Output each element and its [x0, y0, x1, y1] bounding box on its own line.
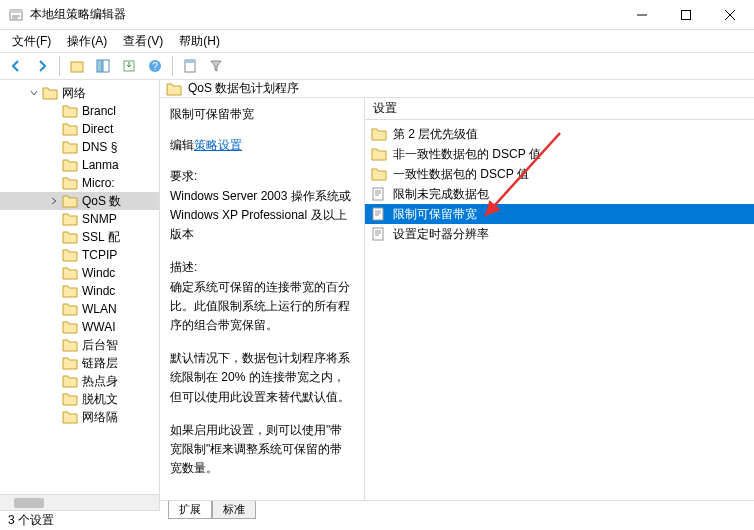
description-text-3: 如果启用此设置，则可以使用"带宽限制"框来调整系统可保留的带宽数量。 — [170, 421, 354, 479]
tree-item[interactable]: DNS § — [0, 138, 159, 156]
horizontal-scrollbar[interactable] — [0, 494, 159, 510]
tree-item[interactable]: WWAI — [0, 318, 159, 336]
filter-button[interactable] — [204, 54, 228, 78]
requirements-label: 要求: — [170, 168, 354, 185]
folder-icon — [42, 86, 58, 100]
tree-item-label: Direct — [82, 122, 113, 136]
tree-item[interactable]: 网络隔 — [0, 408, 159, 426]
show-hide-tree-button[interactable] — [91, 54, 115, 78]
tree-item[interactable]: SSL 配 — [0, 228, 159, 246]
tree-item[interactable]: Micro: — [0, 174, 159, 192]
folder-icon — [62, 356, 78, 370]
close-button[interactable] — [708, 1, 752, 29]
tabs-bar: 扩展 标准 — [160, 500, 754, 519]
tree-item[interactable]: WLAN — [0, 300, 159, 318]
tree-item[interactable]: TCPIP — [0, 246, 159, 264]
back-button[interactable] — [4, 54, 28, 78]
tree-item[interactable]: QoS 数 — [0, 192, 159, 210]
policy-icon — [371, 187, 387, 201]
folder-icon — [62, 374, 78, 388]
twisty-placeholder — [48, 411, 60, 423]
forward-button[interactable] — [30, 54, 54, 78]
tree-item-label: WWAI — [82, 320, 116, 334]
path-text: QoS 数据包计划程序 — [188, 80, 299, 97]
policy-icon — [371, 227, 387, 241]
tree-item-label: SSL 配 — [82, 229, 120, 246]
content-pane: QoS 数据包计划程序 限制可保留带宽 编辑策略设置 要求: Windows S… — [160, 80, 754, 510]
properties-button[interactable] — [178, 54, 202, 78]
menubar: 文件(F) 操作(A) 查看(V) 帮助(H) — [0, 30, 754, 52]
help-button[interactable]: ? — [143, 54, 167, 78]
folder-icon — [371, 147, 387, 161]
tree-item-label: Micro: — [82, 176, 115, 190]
tree-item[interactable]: Direct — [0, 120, 159, 138]
svg-rect-13 — [373, 228, 383, 240]
menu-file[interactable]: 文件(F) — [4, 31, 59, 52]
description-label: 描述: — [170, 259, 354, 276]
minimize-button[interactable] — [620, 1, 664, 29]
maximize-button[interactable] — [664, 1, 708, 29]
tree-item[interactable]: Windc — [0, 282, 159, 300]
tree-item[interactable]: 后台智 — [0, 336, 159, 354]
list-item-label: 设置定时器分辨率 — [393, 226, 489, 243]
twisty-placeholder — [48, 357, 60, 369]
export-button[interactable] — [117, 54, 141, 78]
chevron-right-icon[interactable] — [48, 195, 60, 207]
tree-root[interactable]: 网络 — [0, 84, 159, 102]
folder-icon — [62, 248, 78, 262]
policy-icon — [371, 207, 387, 221]
twisty-placeholder — [48, 213, 60, 225]
list-item-label: 非一致性数据包的 DSCP 值 — [393, 146, 541, 163]
chevron-down-icon[interactable] — [28, 87, 40, 99]
tree-item-label: 热点身 — [82, 373, 118, 390]
requirements-text: Windows Server 2003 操作系统或 Windows XP Pro… — [170, 187, 354, 245]
edit-policy-link[interactable]: 策略设置 — [194, 138, 242, 152]
folder-icon — [62, 122, 78, 136]
list-item[interactable]: 设置定时器分辨率 — [365, 224, 754, 244]
toolbar: ? — [0, 52, 754, 80]
list-item[interactable]: 一致性数据包的 DSCP 值 — [365, 164, 754, 184]
tree-item-label: WLAN — [82, 302, 117, 316]
menu-help[interactable]: 帮助(H) — [171, 31, 228, 52]
edit-prefix: 编辑 — [170, 138, 194, 152]
twisty-placeholder — [48, 231, 60, 243]
twisty-placeholder — [48, 267, 60, 279]
tree-item[interactable]: Brancl — [0, 102, 159, 120]
edit-line: 编辑策略设置 — [170, 137, 354, 154]
list-item[interactable]: 第 2 层优先级值 — [365, 124, 754, 144]
tree-item[interactable]: SNMP — [0, 210, 159, 228]
tree-item[interactable]: Lanma — [0, 156, 159, 174]
tree-item[interactable]: Windc — [0, 264, 159, 282]
tree-item-label: 网络隔 — [82, 409, 118, 426]
list-header[interactable]: 设置 — [365, 98, 754, 120]
list-item[interactable]: 限制未完成数据包 — [365, 184, 754, 204]
folder-icon — [371, 167, 387, 181]
menu-action[interactable]: 操作(A) — [59, 31, 115, 52]
menu-view[interactable]: 查看(V) — [115, 31, 171, 52]
tree-item[interactable]: 脱机文 — [0, 390, 159, 408]
tree-scroll[interactable]: 网络 BranclDirectDNS §LanmaMicro:QoS 数SNMP… — [0, 80, 159, 494]
tree-item-label: 脱机文 — [82, 391, 118, 408]
folder-icon — [62, 302, 78, 316]
tree: 网络 BranclDirectDNS §LanmaMicro:QoS 数SNMP… — [0, 80, 159, 430]
description-text-1: 确定系统可保留的连接带宽的百分比。此值限制系统上运行的所有程序的组合带宽保留。 — [170, 278, 354, 336]
tab-standard[interactable]: 标准 — [212, 501, 256, 519]
up-button[interactable] — [65, 54, 89, 78]
titlebar: 本地组策略编辑器 — [0, 0, 754, 30]
twisty-placeholder — [48, 249, 60, 261]
list-item-label: 限制可保留带宽 — [393, 206, 477, 223]
folder-icon — [371, 127, 387, 141]
tab-extended[interactable]: 扩展 — [168, 501, 212, 519]
list-item[interactable]: 非一致性数据包的 DSCP 值 — [365, 144, 754, 164]
folder-icon — [166, 82, 182, 96]
list-item[interactable]: 限制可保留带宽 — [365, 204, 754, 224]
svg-rect-11 — [373, 188, 383, 200]
tree-item[interactable]: 链路层 — [0, 354, 159, 372]
folder-icon — [62, 320, 78, 334]
twisty-placeholder — [48, 339, 60, 351]
folder-icon — [62, 410, 78, 424]
folder-icon — [62, 338, 78, 352]
tree-item[interactable]: 热点身 — [0, 372, 159, 390]
twisty-placeholder — [48, 393, 60, 405]
tree-item-label: DNS § — [82, 140, 117, 154]
